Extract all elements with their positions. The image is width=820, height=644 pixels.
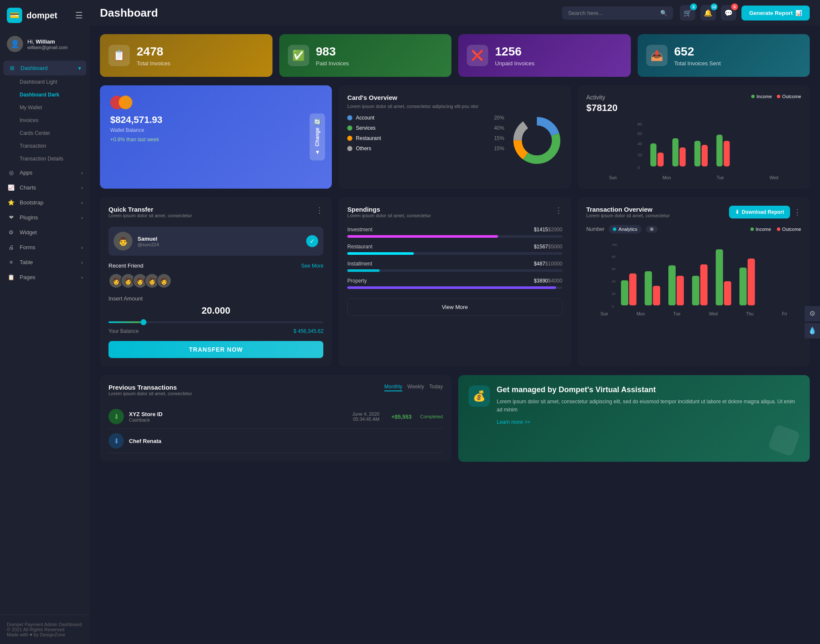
generate-report-button[interactable]: Generate Report 📊 [741, 6, 810, 20]
progress-fill-investment [347, 235, 498, 238]
main-content: Dashboard 🔍 🛒 2 🔔 12 💬 5 [90, 0, 820, 644]
slider-thumb[interactable] [141, 319, 146, 325]
sidebar-item-charts[interactable]: 📈 Charts › [0, 180, 90, 195]
chevron-down-icon: ▼ [77, 66, 82, 71]
transfer-now-button[interactable]: TRANSFER NOW [108, 341, 323, 358]
progress-bar-restaurant [347, 252, 562, 255]
spendings-menu[interactable]: ⋮ [555, 206, 562, 215]
sidebar-item-table[interactable]: ≡ Table › [0, 255, 90, 270]
svg-rect-31 [700, 265, 707, 306]
sidebar-user: 👤 Hi, William william@gmail.com [0, 31, 90, 57]
transaction-overview-desc: Lorem ipsum dolor sit amet, consectetur [586, 213, 670, 218]
legend-dot-restaurant [347, 136, 352, 141]
download-report-button[interactable]: ⬇ Download Report [729, 206, 790, 219]
svg-rect-10 [650, 143, 656, 166]
number-filter-dot [650, 227, 653, 231]
chevron-down-icon: ▼ [315, 149, 320, 155]
sidebar-item-pages[interactable]: 📋 Pages › [0, 270, 90, 285]
legend-entry-income: Income [751, 94, 772, 99]
spending-header-restaurant: Restaurant $1567$5000 [347, 244, 562, 250]
transaction-overview-menu[interactable]: ⋮ [794, 207, 801, 217]
wallet-balance: $824,571.93 [110, 114, 162, 125]
change-button[interactable]: 🔄 Change ▼ [310, 114, 325, 160]
cards-overview-card: Card's Overview Lorem ipsum dolor sit am… [339, 85, 571, 189]
tx-date-1: June 4, 2020 05:34:45 AM [352, 411, 380, 422]
outcome-dot [777, 95, 780, 98]
notification-button[interactable]: 🔔 12 [700, 5, 716, 20]
page-title: Dashboard [100, 6, 555, 20]
tx-label-tue: Tue [674, 312, 681, 316]
cards-overview-desc: Lorem ipsum dolor sit amet, consectetur … [347, 104, 562, 109]
cart-button[interactable]: 🛒 2 [680, 5, 695, 20]
transfer-handle: @sum224 [138, 242, 159, 247]
see-more-link[interactable]: See More [301, 263, 323, 269]
nav-sub-dashboard-dark[interactable]: Dashboard Dark [0, 88, 90, 101]
sidebar-item-forms[interactable]: 🖨 Forms › [0, 240, 90, 255]
progress-bar-installment [347, 269, 562, 272]
sidebar-nav: ⊞ Dashboard ▼ Dashboard Light Dashboard … [0, 57, 90, 615]
sidebar-item-widget[interactable]: ⚙ Widget [0, 225, 90, 240]
friend-avatar-5[interactable]: 👩 [156, 273, 172, 288]
svg-rect-29 [676, 276, 684, 305]
number-filter-button[interactable] [646, 226, 658, 233]
overview-content: Account 20% Services 40% Restaurant [347, 115, 562, 166]
notification-badge: 12 [711, 3, 718, 10]
transaction-overview-header: Transaction Overview Lorem ipsum dolor s… [586, 206, 801, 223]
va-link[interactable]: Learn more >> [497, 419, 800, 425]
svg-rect-13 [679, 148, 685, 166]
sidebar-item-plugins[interactable]: ❤ Plugins › [0, 210, 90, 225]
search-bar: 🔍 [562, 6, 673, 20]
nav-sub-transaction-details[interactable]: Transaction Details [0, 152, 90, 165]
donut-chart [511, 115, 562, 166]
spending-name-property: Property [347, 278, 366, 284]
tab-weekly[interactable]: Weekly [407, 384, 424, 391]
content-area: 📋 2478 Total Invoices ✅ 983 Paid Invoice… [90, 26, 820, 644]
tx-label-thu: Thu [746, 312, 753, 316]
spendings-desc: Lorem ipsum dolor sit amet, consectetur [347, 213, 431, 218]
tab-monthly[interactable]: Monthly [384, 384, 402, 391]
legend-item-others: Others 15% [347, 146, 504, 152]
balance-value: $ 456,345.62 [293, 328, 323, 334]
stat-icon-sent: 📤 [646, 45, 668, 66]
sidebar-item-dashboard[interactable]: ⊞ Dashboard ▼ [3, 61, 86, 76]
transaction-overview-title: Transaction Overview [586, 206, 670, 213]
message-button[interactable]: 💬 5 [721, 5, 736, 20]
sidebar-item-label: Dashboard [20, 65, 48, 71]
tab-today[interactable]: Today [429, 384, 443, 391]
transaction-overview-filters: Number Analytics Income [586, 225, 801, 233]
nav-sub-cards-center[interactable]: Cards Center [0, 127, 90, 140]
nav-sub-transaction[interactable]: Transaction [0, 140, 90, 152]
number-filter-label: Number [586, 226, 605, 232]
spending-header-investment: Investment $1415$2000 [347, 227, 562, 233]
label-sun: Sun [609, 175, 617, 180]
view-more-button[interactable]: View More [347, 298, 562, 316]
previous-transactions-desc: Lorem ipsum dolor sit amet, consectetur [108, 391, 192, 396]
sidebar-item-bootstrap[interactable]: ⭐ Bootstrap › [0, 195, 90, 210]
nav-sub-invoices[interactable]: Invoices [0, 114, 90, 127]
water-drop-button[interactable]: 💧 [805, 323, 820, 338]
spending-name-restaurant: Restaurant [347, 244, 372, 250]
download-report-label: Download Report [742, 209, 784, 215]
legend-list: Account 20% Services 40% Restaurant [347, 115, 504, 166]
nav-sub-my-wallet[interactable]: My Wallet [0, 101, 90, 114]
hamburger-icon[interactable]: ☰ [75, 10, 83, 20]
search-input[interactable] [568, 10, 657, 16]
sidebar-item-label: Forms [20, 244, 35, 251]
svg-rect-24 [621, 280, 628, 306]
va-title: Get managed by Dompet's Virtual Assistan… [497, 385, 800, 394]
settings-button[interactable]: ⚙ [805, 306, 820, 321]
stat-info-paid: 983 Paid Invoices [316, 45, 349, 67]
sidebar-item-apps[interactable]: ◎ Apps › [0, 165, 90, 180]
svg-rect-26 [644, 271, 652, 306]
legend-label-restaurant: Restaurant [356, 135, 381, 141]
analytics-filter-button[interactable]: Analytics [609, 225, 641, 233]
svg-text:60: 60 [637, 131, 642, 136]
nav-sub-dashboard-light[interactable]: Dashboard Light [0, 76, 90, 88]
income-dot [751, 95, 755, 98]
stats-row: 📋 2478 Total Invoices ✅ 983 Paid Invoice… [100, 34, 810, 77]
cards-overview-title: Card's Overview [347, 94, 562, 101]
to-income-dot [750, 227, 754, 231]
va-bg-decoration [768, 424, 801, 457]
progress-fill-restaurant [347, 252, 414, 255]
quick-transfer-menu[interactable]: ⋮ [316, 206, 323, 215]
